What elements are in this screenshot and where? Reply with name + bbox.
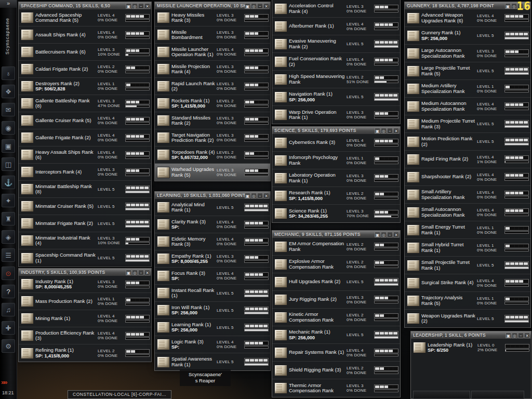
window-close-icon[interactable]: ✕ xyxy=(263,3,269,9)
window-stack-icon[interactable]: ▣ xyxy=(245,193,250,198)
skill-row[interactable]: Battlecruisers Rank (6)LEVEL 310% DONE xyxy=(19,44,151,61)
window-header[interactable]: INDUSTRY, 5 SKILLS, 100,935 POINTS▣◎−✕ xyxy=(19,269,151,276)
skill-row[interactable]: Science Rank (1)SP: 34,263/45,255LEVEL 3… xyxy=(272,205,400,222)
skill-row[interactable]: Minmatar Industrial Rank (4)LEVEL 310% D… xyxy=(19,232,151,249)
neocom-ship-icon[interactable]: ⚓ xyxy=(2,176,15,189)
neocom-log-icon[interactable]: ☰ xyxy=(2,248,15,262)
skill-row[interactable]: Gunnery Rank (1)SP: 256,000LEVEL 5 xyxy=(405,27,530,45)
window-close-icon[interactable]: ✕ xyxy=(524,332,530,338)
neocom-wallet-icon[interactable]: ◈ xyxy=(2,230,15,244)
skill-row[interactable]: Sharpshooter Rank (2)LEVEL 40% DONE xyxy=(405,168,530,186)
skill-row[interactable]: Empathy Rank (1)SP: 8,000/45,255LEVEL 30… xyxy=(155,250,270,268)
window-header[interactable]: MECHANIC, 9 SKILLS, 871,156 POINTS▣◎−✕ xyxy=(272,231,400,238)
skill-row[interactable]: Infomorph Psychology RankLEVEL 10% DONE xyxy=(272,152,400,169)
skill-row[interactable]: High Speed Maneuvering RankLEVEL 251% DO… xyxy=(272,71,400,88)
partial-window-button[interactable] xyxy=(471,391,524,399)
skill-row[interactable]: Heavy Assault Ships Rank (6)LEVEL 40% DO… xyxy=(19,147,151,164)
skill-row[interactable]: Standard Missiles Rank (2)LEVEL 30% DONE xyxy=(155,112,270,129)
skill-row[interactable]: Thermic Armor Compensation RankLEVEL 30%… xyxy=(272,379,400,397)
window-pin-icon[interactable]: ◎ xyxy=(381,232,387,237)
skill-row[interactable]: Analytical Mind Rank (1)LEVEL 5 xyxy=(155,199,270,216)
skill-row[interactable]: Motion Prediction Rank (2)LEVEL 5 xyxy=(405,133,530,151)
skill-row[interactable]: Clarity Rank (3)SP:LEVEL 40% DONE xyxy=(155,216,270,233)
skill-row[interactable]: Acceleration Control Rank (4)LEVEL 30% D… xyxy=(272,0,400,18)
window-close-icon[interactable]: ✕ xyxy=(144,3,150,9)
skill-row[interactable]: Advanced Spaceship Command Rank (5)LEVEL… xyxy=(19,9,151,26)
skill-row[interactable]: Refining Rank (1)SP: 1,415/8,000LEVEL 20… xyxy=(19,344,151,362)
skill-row[interactable]: Explosive Armor Compensation RankLEVEL 2… xyxy=(272,256,400,273)
skill-row[interactable]: Mass Production Rank (2)LEVEL 10% DONE xyxy=(19,293,151,310)
skill-row[interactable]: Leadership Rank (1)SP: 6/250LEVEL 02% DO… xyxy=(411,339,531,356)
skill-row[interactable]: Production Efficiency Rank (3)LEVEL 40% … xyxy=(19,327,151,344)
skill-row[interactable]: Small Artillery Specialization RankLEVEL… xyxy=(405,186,530,204)
window-pin-icon[interactable]: ◎ xyxy=(511,3,517,9)
skill-row[interactable]: Medium Projectile Turret Rank (3)LEVEL 5 xyxy=(405,115,530,133)
skill-row[interactable]: Gallente Frigate Rank (2)LEVEL 40% DONE xyxy=(19,129,151,147)
window-pin-icon[interactable]: ◎ xyxy=(132,3,138,9)
neocom-expand-button[interactable]: » xyxy=(0,0,17,8)
window-stack-icon[interactable]: ▣ xyxy=(375,232,380,237)
window-stack-icon[interactable]: ▣ xyxy=(126,3,131,9)
skill-row[interactable]: Warp Drive Operation Rank (1)LEVEL 30% D… xyxy=(272,106,400,124)
skill-row[interactable]: Surgical Strike Rank (4)LEVEL 40% DONE xyxy=(405,274,530,292)
skill-row[interactable]: Industry Rank (1)SP: 8,000/45,255LEVEL 3… xyxy=(19,276,151,293)
skill-row[interactable]: Small Autocannon Specialization RankLEVE… xyxy=(405,204,530,221)
skill-row[interactable]: Logic Rank (3)SP:LEVEL 40% DONE xyxy=(155,336,270,353)
neocom-assets-icon[interactable]: ▣ xyxy=(2,139,15,153)
skill-row[interactable]: Warhead Upgrades Rank (5)LEVEL 30% DONE xyxy=(155,164,270,181)
neocom-science-icon[interactable]: ✦ xyxy=(2,194,15,207)
skill-row[interactable]: Missile Projection Rank (4)LEVEL 30% DON… xyxy=(155,61,270,78)
skill-row[interactable]: Focus Rank (3)SP:LEVEL 40% DONE xyxy=(155,268,270,285)
window-minimize-icon[interactable]: − xyxy=(138,3,144,9)
partial-window-button[interactable] xyxy=(413,391,470,399)
window-minimize-icon[interactable]: − xyxy=(257,3,263,9)
neocom-market-icon[interactable]: ◉ xyxy=(2,121,15,135)
skill-row[interactable]: Heavy Missiles Rank (3)LEVEL 30% DONE xyxy=(155,9,270,26)
window-header[interactable]: MISSILE LAUNCHER OPERATION, 10 SKIL▣◎−✕ xyxy=(155,2,270,9)
window-minimize-icon[interactable]: − xyxy=(257,193,263,198)
neocom-help-icon[interactable]: ? xyxy=(2,285,15,298)
skill-row[interactable]: Large Autocannon Specialization RankLEVE… xyxy=(405,45,530,62)
skill-row[interactable]: Target Navigation Prediction Rank (2)LEV… xyxy=(155,129,270,147)
skill-row[interactable]: Evasive Maneuvering Rank (2)LEVEL 5 xyxy=(272,35,400,53)
skill-row[interactable]: Hull Upgrades Rank (2)LEVEL 5 xyxy=(272,273,400,291)
skill-row[interactable]: Mining Rank (1)LEVEL 40% DONE xyxy=(19,310,151,327)
skill-row[interactable]: Medium Artillery Specialization RankLEVE… xyxy=(405,80,530,98)
skill-row[interactable]: Spaceship Command Rank (1)LEVEL 5 xyxy=(19,249,151,267)
skill-row[interactable]: Large Projectile Turret Rank (5)LEVEL 5 xyxy=(405,62,530,80)
neocom-tutorial-icon[interactable]: ✚ xyxy=(2,321,15,335)
skill-row[interactable]: Gallente Battleship Rank (8)LEVEL 347% D… xyxy=(19,95,151,112)
skill-row[interactable]: Medium Autocannon Specialization RankLEV… xyxy=(405,98,530,115)
skill-row[interactable]: Navigation Rank (1)SP: 256,000LEVEL 5 xyxy=(272,88,400,106)
window-minimize-icon[interactable]: − xyxy=(138,270,144,275)
window-stack-icon[interactable]: ▣ xyxy=(505,3,511,9)
window-minimize-icon[interactable]: − xyxy=(518,332,524,338)
skill-row[interactable]: Jury Rigging Rank (2)LEVEL 30% DONE xyxy=(272,291,400,309)
skill-row[interactable]: Repair Systems Rank (1)LEVEL 40% DONE xyxy=(272,344,400,362)
window-pin-icon[interactable]: ◎ xyxy=(251,3,257,9)
window-pin-icon[interactable]: ◎ xyxy=(251,193,257,198)
window-header[interactable]: GUNNERY, 18 SKILLS, 4,787,198 POINT▣◎−✕ xyxy=(405,2,530,9)
skill-row[interactable]: Assault Ships Rank (4)LEVEL 40% DONE xyxy=(19,26,151,44)
window-header[interactable]: LEARNING, 10 SKILLS, 1,031,060 POINT▣◎−✕ xyxy=(155,192,270,199)
skill-row[interactable]: Minmatar Cruiser Rank (5)LEVEL 5 xyxy=(19,198,151,215)
neocom-people-places-icon[interactable]: ❖ xyxy=(2,85,15,98)
skill-row[interactable]: Fuel Conservation Rank (2)LEVEL 40% DONE xyxy=(272,53,400,71)
window-pin-icon[interactable]: ◎ xyxy=(381,128,387,134)
skill-row[interactable]: Small Hybrid Turret Rank (1)LEVEL 10% DO… xyxy=(405,239,530,257)
neocom-settings-icon[interactable]: ⚙ xyxy=(2,339,15,353)
skill-row[interactable]: Minmatar Frigate Rank (2)LEVEL 5 xyxy=(19,215,151,232)
skill-row[interactable]: Interceptors Rank (4)LEVEL 30% DONE xyxy=(19,164,151,181)
skill-row[interactable]: Small Energy Turret Rank (1)LEVEL 10% DO… xyxy=(405,221,530,239)
window-minimize-icon[interactable]: − xyxy=(387,128,393,134)
skill-row[interactable]: Caldari Frigate Rank (2)LEVEL 20% DONE xyxy=(19,61,151,78)
neocom-corporation-icon[interactable]: ♜ xyxy=(2,212,15,225)
neocom-map-icon[interactable]: ♁ xyxy=(2,66,15,80)
skill-row[interactable]: Rockets Rank (1)SP: 1,415/8,000LEVEL 20%… xyxy=(155,95,270,112)
skill-row[interactable]: Research Rank (1)SP: 1,415/8,000LEVEL 20… xyxy=(272,187,400,205)
skill-row[interactable]: Missile Bombardment Rank (2)LEVEL 30% DO… xyxy=(155,26,270,44)
skill-row[interactable]: Shield Rigging Rank (3)LEVEL 20% DONE xyxy=(272,362,400,379)
skill-row[interactable]: Advanced Weapon Upgrades Rank (6)LEVEL 4… xyxy=(405,9,530,27)
window-stack-icon[interactable]: ▣ xyxy=(126,270,131,275)
skill-row[interactable]: Afterburner Rank (1)LEVEL 40% DONE xyxy=(272,18,400,35)
